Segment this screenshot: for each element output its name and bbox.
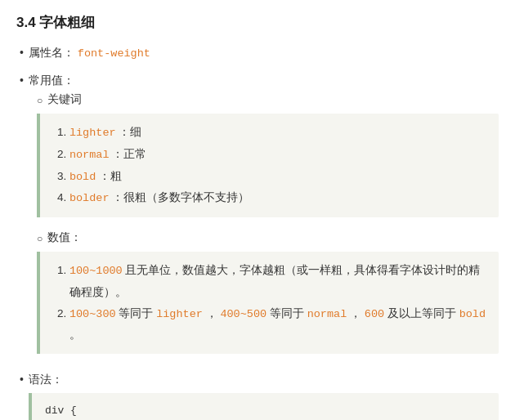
num-desc-2e: 及以上等同于 [387, 307, 456, 319]
syntax-content: 语法： div { font-weight: bold; } div { fon… [29, 370, 499, 420]
num-code-3: lighter [156, 308, 203, 320]
keyword-desc-1: ：细 [119, 126, 141, 138]
keyword-desc-2: ：正常 [112, 148, 146, 160]
common-values-label: 常用值： [29, 74, 74, 87]
keyword-code-2: normal [69, 149, 110, 161]
sub-dot-keywords: ○ [37, 92, 43, 109]
num-values-code-block: 100~1000 且无单位，数值越大，字体越粗（或一样粗，具体得看字体设计时的精… [37, 252, 499, 354]
syntax-label: 语法： [29, 373, 63, 386]
bullet-dot-common: • [20, 71, 24, 89]
keyword-item-3: bold ：粗 [69, 166, 487, 188]
num-desc-1: 且无单位，数值越大，字体越粗（或一样粗，具体得看字体设计时的精确程度）。 [69, 264, 481, 298]
num-code-2: 100~300 [69, 308, 116, 320]
keyword-code-4: bolder [69, 192, 110, 204]
bullet-dot-attr: • [20, 43, 24, 61]
common-values-content: 常用值： ○ 关键词 lighter ：细 normal ：正常 [29, 71, 499, 362]
num-code-7: bold [459, 308, 486, 320]
attr-name-item: • 属性名： font-weight [20, 43, 499, 63]
attr-name-label: 属性名： font-weight [29, 43, 150, 63]
num-item-2: 100~300 等同于 lighter ， 400~500 等同于 normal… [69, 303, 487, 346]
num-item-1: 100~1000 且无单位，数值越大，字体越粗（或一样粗，具体得看字体设计时的精… [69, 260, 487, 302]
attr-name-value: font-weight [78, 47, 150, 60]
keyword-code-1: lighter [69, 127, 116, 139]
sub-dot-num: ○ [37, 230, 43, 247]
num-values-label: 数值： [47, 230, 82, 245]
num-desc-2f: 。 [69, 328, 81, 341]
common-values-item: • 常用值： ○ 关键词 lighter ：细 normal [20, 71, 499, 362]
section-title: 3.4 字体粗细 [16, 13, 499, 32]
syntax-code-block-1: div { font-weight: bold; } [29, 393, 499, 420]
num-desc-2c: 等同于 [270, 307, 304, 319]
syntax-line-1: div { [45, 401, 486, 420]
keyword-desc-4: ：很粗（多数字体不支持） [112, 191, 249, 203]
keyword-desc-3: ：粗 [99, 170, 122, 182]
keyword-item-4: bolder ：很粗（多数字体不支持） [69, 187, 487, 209]
num-code-6: 600 [365, 308, 384, 320]
num-code-5: normal [307, 308, 347, 320]
bullet-dot-syntax: • [20, 370, 24, 388]
keywords-sub-label: 关键词 [47, 92, 82, 107]
keywords-code-block: lighter ：细 normal ：正常 bold ：粗 bolder [37, 114, 499, 217]
keyword-code-3: bold [69, 171, 96, 183]
keywords-header: ○ 关键词 [37, 92, 499, 109]
keywords-list: lighter ：细 normal ：正常 bold ：粗 bolder [52, 122, 487, 209]
num-values-header: ○ 数值： [37, 230, 499, 247]
num-desc-2d: ， [350, 307, 361, 319]
num-desc-2b: ， [206, 307, 217, 319]
keywords-sub: ○ 关键词 lighter ：细 normal ：正常 [37, 92, 499, 354]
syntax-item: • 语法： div { font-weight: bold; } div { f… [20, 370, 499, 420]
num-code-1: 100~1000 [69, 265, 123, 277]
keyword-item-2: normal ：正常 [69, 144, 487, 166]
num-desc-2a: 等同于 [119, 307, 153, 319]
num-code-4: 400~500 [220, 308, 266, 320]
attr-name-text: 属性名： [29, 46, 74, 59]
keyword-item-1: lighter ：细 [69, 122, 487, 144]
num-values-list: 100~1000 且无单位，数值越大，字体越粗（或一样粗，具体得看字体设计时的精… [52, 260, 487, 346]
